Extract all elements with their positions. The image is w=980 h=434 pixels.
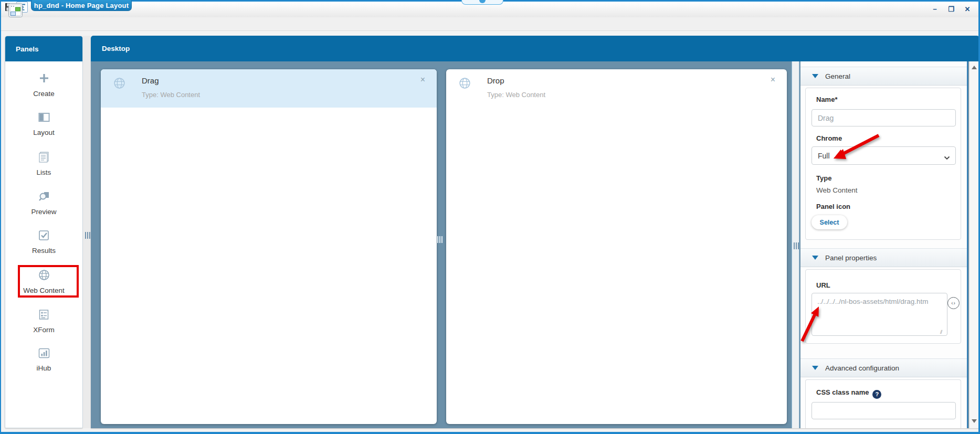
panel-title: Drop (487, 76, 504, 85)
sidebar-item-label: Preview (5, 208, 82, 216)
panels-sidebar: Panels Create Layout Lists (5, 36, 83, 428)
collapse-triangle-icon (812, 74, 818, 78)
panel-type-label: Type: Web Content (487, 91, 545, 99)
app-window: hp_dnd - Home Page Layout − ❐ ✕ (0, 0, 980, 434)
chrome-label: Chrome (816, 134, 842, 142)
sidebar-item-label: iHub (5, 364, 82, 372)
scroll-down-icon[interactable] (972, 419, 977, 423)
collapse-triangle-icon (812, 256, 818, 260)
panel-icon-select-button[interactable]: Select (812, 215, 847, 229)
advanced-section-body: CSS class name? (805, 379, 961, 428)
embed-code-icon[interactable]: ‹› (947, 297, 960, 309)
dock-handle-dot (479, 0, 486, 3)
properties-scrollbar[interactable] (969, 61, 978, 428)
panel-drop[interactable]: Drop Type: Web Content × (446, 69, 787, 424)
sidebar-item-label: Create (5, 90, 82, 98)
panel-icon-label: Panel icon (816, 203, 850, 210)
minimize-button[interactable]: − (930, 4, 940, 14)
help-icon[interactable]: ? (872, 390, 881, 399)
properties-splitter-grip-icon (794, 242, 799, 249)
sidebar-item-label: Lists (5, 168, 82, 176)
url-label: URL (816, 281, 830, 289)
section-title: Panel properties (825, 254, 877, 262)
chevron-down-icon (944, 153, 950, 162)
panel-type-label: Type: Web Content (142, 91, 200, 99)
panel-close-icon[interactable]: × (771, 75, 775, 84)
sidebar-item-ihub[interactable]: iHub (5, 348, 82, 372)
globe-icon (113, 77, 125, 91)
panel-drag[interactable]: Drag Type: Web Content × (101, 69, 437, 424)
panel-drop-header[interactable]: Drop Type: Web Content × (446, 69, 787, 108)
window-controls: − ❐ ✕ (930, 4, 972, 14)
section-title: General (825, 72, 850, 80)
panel-close-icon[interactable]: × (420, 75, 425, 84)
restore-button[interactable]: ❐ (946, 4, 956, 14)
sidebar-item-preview[interactable]: Preview (5, 191, 82, 216)
ihub-icon (38, 348, 50, 358)
general-section-body: Name* Chrome Full Type Web Content Panel… (805, 88, 961, 240)
close-button[interactable]: ✕ (963, 4, 972, 14)
plus-icon (38, 72, 50, 84)
type-label: Type (816, 174, 831, 182)
sidebar-item-label: Results (5, 247, 82, 255)
layout-icon (38, 112, 50, 123)
toolbar (1, 17, 978, 31)
sidebar-item-create[interactable]: Create (5, 72, 82, 98)
sidebar-item-xform[interactable]: XForm (5, 309, 82, 334)
panel-properties-section-body: URL ../../../../nl-bos-assets/html/drag.… (805, 269, 961, 344)
results-icon (38, 230, 49, 241)
section-header-panel-properties[interactable]: Panel properties (800, 248, 967, 267)
chrome-select[interactable]: Full (812, 146, 956, 165)
sidebar-item-label: XForm (5, 326, 82, 334)
sidebar-item-web-content[interactable]: Web Content (5, 269, 82, 294)
lists-icon (38, 152, 50, 163)
properties-splitter[interactable] (792, 61, 799, 428)
properties-panel: General Name* Chrome Full Type Web Conte… (800, 61, 967, 428)
panels-sidebar-title: Panels (16, 45, 39, 53)
section-header-general[interactable]: General (800, 67, 967, 86)
app-logo-icon (8, 3, 23, 17)
panels-sidebar-header: Panels (5, 36, 82, 61)
desktop-title: Desktop (102, 45, 130, 52)
section-title: Advanced configuration (825, 364, 899, 372)
preview-icon (38, 191, 50, 202)
url-textarea[interactable]: ../../../../nl-bos-assets/html/drag.htm (812, 293, 947, 336)
name-input[interactable] (812, 109, 956, 126)
panel-drag-header[interactable]: Drag Type: Web Content × (101, 69, 437, 108)
sidebar-item-label: Layout (5, 129, 82, 136)
sidebar-item-results[interactable]: Results (5, 230, 82, 255)
xform-icon (38, 309, 49, 320)
sidebar-item-layout[interactable]: Layout (5, 112, 82, 136)
dock-handle[interactable] (461, 0, 503, 5)
desktop-canvas: Drag Type: Web Content × (91, 61, 979, 428)
document-tab-label: hp_dnd - Home Page Layout (34, 2, 129, 9)
sidebar-splitter[interactable] (83, 36, 91, 428)
panel-splitter-grip[interactable] (437, 236, 442, 243)
panel-title: Drag (142, 76, 159, 85)
scroll-up-icon[interactable] (972, 66, 977, 69)
globe-icon (459, 77, 471, 91)
desktop-region: Desktop Drag Type: Web Content (91, 36, 979, 428)
css-class-label: CSS class name? (816, 388, 881, 399)
globe-icon (38, 269, 50, 281)
sidebar-item-label: Web Content (5, 287, 82, 294)
desktop-header: Desktop (91, 36, 979, 61)
name-label: Name* (816, 96, 837, 103)
css-class-input[interactable] (812, 402, 956, 419)
sidebar-splitter-grip-icon (85, 232, 90, 239)
sidebar-item-lists[interactable]: Lists (5, 152, 82, 176)
chrome-select-value: Full (818, 152, 830, 160)
section-header-advanced-configuration[interactable]: Advanced configuration (800, 358, 967, 377)
document-tab[interactable]: hp_dnd - Home Page Layout (31, 0, 132, 11)
collapse-triangle-icon (812, 366, 818, 370)
panel-edge-divider (967, 61, 968, 428)
type-value: Web Content (816, 186, 858, 194)
